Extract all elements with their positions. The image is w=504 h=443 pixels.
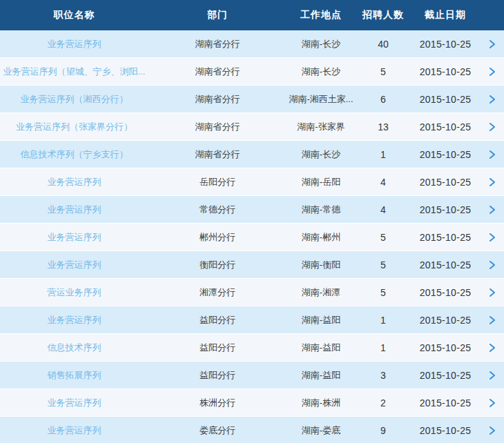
job-title-link[interactable]: 信息技术序列 <box>0 342 148 354</box>
row-action[interactable] <box>480 398 504 408</box>
table-row[interactable]: 信息技术序列 益阳分行 湖南-益阳 1 2015-10-25 <box>0 334 504 362</box>
department-cell: 湘潭分行 <box>148 286 287 299</box>
row-action[interactable] <box>480 315 504 325</box>
department-cell: 湖南省分行 <box>148 121 287 133</box>
headcount-cell: 40 <box>356 39 411 50</box>
table-row[interactable]: 业务营运序列（望城、宁乡、浏阳... 湖南省分行 湖南-长沙 5 2015-10… <box>0 58 504 86</box>
headcount-cell: 1 <box>356 149 411 160</box>
location-cell: 湖南-益阳 <box>287 314 356 326</box>
location-cell: 湖南-益阳 <box>287 369 356 382</box>
headcount-cell: 2 <box>356 397 411 408</box>
row-action[interactable] <box>480 371 504 380</box>
row-action[interactable] <box>480 205 504 215</box>
department-cell: 郴州分行 <box>148 231 287 244</box>
location-cell: 湖南-湘西土家... <box>287 93 356 106</box>
deadline-cell: 2015-10-25 <box>411 259 480 270</box>
table-row[interactable]: 业务营运序列 常德分行 湖南-常德 4 2015-10-25 <box>0 196 504 224</box>
table-row[interactable]: 业务营运序列 岳阳分行 湖南-岳阳 4 2015-10-25 <box>0 168 504 196</box>
deadline-cell: 2015-10-25 <box>411 370 480 381</box>
table-row[interactable]: 业务营运序列 娄底分行 湖南-娄底 9 2015-10-25 <box>0 417 504 443</box>
job-title-link[interactable]: 营运业务序列 <box>0 286 148 299</box>
job-title-link[interactable]: 业务营运序列（湘西分行） <box>0 93 148 106</box>
deadline-cell: 2015-10-25 <box>411 232 480 243</box>
column-header-title: 职位名称 <box>0 9 148 21</box>
table-body: 业务营运序列 湖南省分行 湖南-长沙 40 2015-10-25 业务营运序列（… <box>0 30 504 443</box>
job-title-link[interactable]: 业务营运序列 <box>0 259 148 271</box>
department-cell: 娄底分行 <box>148 424 287 437</box>
table-row[interactable]: 业务营运序列（张家界分行） 湖南省分行 湖南-张家界 13 2015-10-25 <box>0 113 504 141</box>
location-cell: 湖南-张家界 <box>287 121 356 133</box>
headcount-cell: 5 <box>356 232 411 243</box>
department-cell: 湖南省分行 <box>148 148 287 161</box>
chevron-right-icon <box>489 150 496 159</box>
table-row[interactable]: 业务营运序列 株洲分行 湖南-株洲 2 2015-10-25 <box>0 389 504 417</box>
row-action[interactable] <box>480 233 504 242</box>
location-cell: 湖南-益阳 <box>287 342 356 354</box>
job-title-link[interactable]: 业务营运序列 <box>0 231 148 244</box>
location-cell: 湖南-湘潭 <box>287 286 356 299</box>
location-cell: 湖南-岳阳 <box>287 176 356 188</box>
location-cell: 湖南-长沙 <box>287 38 356 50</box>
table-row[interactable]: 信息技术序列（宁乡支行） 湖南省分行 湖南-长沙 1 2015-10-25 <box>0 141 504 168</box>
deadline-cell: 2015-10-25 <box>411 204 480 215</box>
deadline-cell: 2015-10-25 <box>411 149 480 160</box>
chevron-right-icon <box>489 205 496 215</box>
department-cell: 湖南省分行 <box>148 66 287 78</box>
row-action[interactable] <box>480 288 504 297</box>
job-title-link[interactable]: 业务营运序列（望城、宁乡、浏阳... <box>0 66 148 78</box>
row-action[interactable] <box>480 39 504 49</box>
department-cell: 岳阳分行 <box>148 176 287 188</box>
table-row[interactable]: 业务营运序列 郴州分行 湖南-郴州 5 2015-10-25 <box>0 224 504 251</box>
row-action[interactable] <box>480 95 504 104</box>
row-action[interactable] <box>480 426 504 435</box>
column-header-department: 部门 <box>148 9 287 21</box>
location-cell: 湖南-郴州 <box>287 231 356 244</box>
table-header-row: 职位名称 部门 工作地点 招聘人数 截止日期 <box>0 0 504 30</box>
chevron-right-icon <box>489 233 496 242</box>
headcount-cell: 6 <box>356 94 411 105</box>
table-row[interactable]: 销售拓展序列 益阳分行 湖南-益阳 3 2015-10-25 <box>0 362 504 389</box>
job-title-link[interactable]: 业务营运序列 <box>0 397 148 409</box>
deadline-cell: 2015-10-25 <box>411 94 480 105</box>
location-cell: 湖南-衡阳 <box>287 259 356 271</box>
location-cell: 湖南-长沙 <box>287 148 356 161</box>
deadline-cell: 2015-10-25 <box>411 121 480 132</box>
job-title-link[interactable]: 业务营运序列 <box>0 38 148 50</box>
chevron-right-icon <box>489 315 496 325</box>
job-title-link[interactable]: 业务营运序列 <box>0 424 148 437</box>
job-title-link[interactable]: 业务营运序列 <box>0 176 148 188</box>
table-row[interactable]: 业务营运序列（湘西分行） 湖南省分行 湖南-湘西土家... 6 2015-10-… <box>0 86 504 113</box>
chevron-right-icon <box>489 426 496 435</box>
department-cell: 益阳分行 <box>148 369 287 382</box>
row-action[interactable] <box>480 122 504 132</box>
location-cell: 湖南-常德 <box>287 204 356 216</box>
row-action[interactable] <box>480 260 504 270</box>
job-title-link[interactable]: 信息技术序列（宁乡支行） <box>0 148 148 161</box>
job-title-link[interactable]: 业务营运序列 <box>0 314 148 326</box>
job-title-link[interactable]: 业务营运序列（张家界分行） <box>0 121 148 133</box>
location-cell: 湖南-长沙 <box>287 66 356 78</box>
table-row[interactable]: 业务营运序列 湖南省分行 湖南-长沙 40 2015-10-25 <box>0 30 504 58</box>
job-title-link[interactable]: 销售拓展序列 <box>0 369 148 382</box>
headcount-cell: 1 <box>356 342 411 353</box>
column-header-deadline: 截止日期 <box>411 9 480 21</box>
department-cell: 衡阳分行 <box>148 259 287 271</box>
deadline-cell: 2015-10-25 <box>411 425 480 436</box>
table-row[interactable]: 业务营运序列 衡阳分行 湖南-衡阳 5 2015-10-25 <box>0 251 504 279</box>
job-title-link[interactable]: 业务营运序列 <box>0 204 148 216</box>
row-action[interactable] <box>480 177 504 187</box>
deadline-cell: 2015-10-25 <box>411 287 480 298</box>
deadline-cell: 2015-10-25 <box>411 342 480 353</box>
row-action[interactable] <box>480 343 504 353</box>
row-action[interactable] <box>480 150 504 159</box>
table-row[interactable]: 营运业务序列 湘潭分行 湖南-湘潭 5 2015-10-25 <box>0 279 504 306</box>
table-row[interactable]: 业务营运序列 益阳分行 湖南-益阳 1 2015-10-25 <box>0 306 504 334</box>
chevron-right-icon <box>489 371 496 380</box>
column-header-headcount: 招聘人数 <box>356 9 411 21</box>
department-cell: 湖南省分行 <box>148 93 287 106</box>
department-cell: 益阳分行 <box>148 314 287 326</box>
chevron-right-icon <box>489 260 496 270</box>
deadline-cell: 2015-10-25 <box>411 315 480 326</box>
headcount-cell: 3 <box>356 370 411 381</box>
row-action[interactable] <box>480 67 504 77</box>
